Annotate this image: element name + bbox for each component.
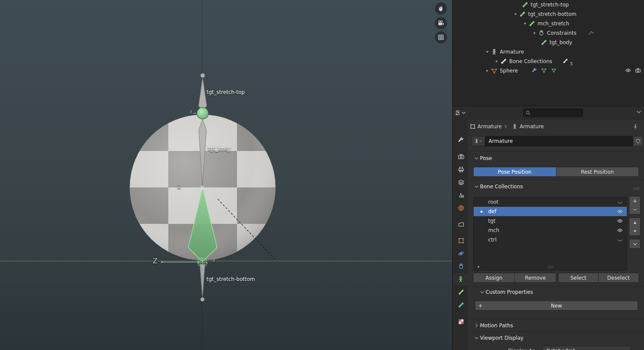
disclosure-right-icon[interactable] [485,68,490,73]
select-button[interactable]: Select [558,273,598,283]
outliner-item-label[interactable]: tgt_stretch-bottom [528,11,577,17]
rest-position-button[interactable]: Rest Position [556,167,639,176]
outliner-item-label[interactable]: mch_stretch [538,21,569,27]
collection-name[interactable]: def [488,208,496,214]
hide-eye-icon[interactable] [625,67,631,73]
bone-collection-row-tgt[interactable]: tgt [474,216,627,226]
driver-icon[interactable] [588,30,594,36]
right-panel-column: tgt_stretch-top tgt_stretch-bottom mch_s… [452,0,644,350]
id-type-button[interactable] [471,136,485,146]
pan-hand-gizmo[interactable] [435,3,447,15]
outliner-row-tgt-body[interactable]: tgt_body [453,38,644,47]
outliner-item-label[interactable]: Constraints [547,30,576,36]
move-up-button[interactable] [629,217,641,227]
vertex-group-icon[interactable] [551,67,557,73]
tab-render[interactable] [454,151,468,163]
header-options-chevron-icon[interactable] [636,109,642,115]
search-input[interactable] [523,109,583,117]
outliner-row-armature[interactable]: Armature [453,47,644,57]
render-visibility-camera-icon[interactable] [635,67,641,73]
tab-physics[interactable] [454,247,468,259]
tab-bone-constraints[interactable] [454,299,468,311]
outliner-row-tgt-stretch-bottom[interactable]: tgt_stretch-bottom [453,9,644,19]
pose-panel-header[interactable]: Pose [468,153,644,163]
tab-object-data-active[interactable] [453,273,468,285]
fake-user-shield-button[interactable] [633,136,643,146]
tab-tool[interactable] [454,134,468,146]
texture-checker-icon [458,318,465,325]
tab-world[interactable] [454,202,468,214]
breadcrumb: Armature Armature [468,121,644,132]
tab-scene[interactable] [454,189,468,201]
outliner-row-bone-collections[interactable]: Bone Collections 5 [453,57,644,66]
viewport-display-panel-header[interactable]: Viewport Display [468,333,644,343]
outliner-item-label[interactable]: Bone Collections [509,58,552,64]
bone-collection-row-root[interactable]: root [474,197,627,207]
bone-collection-row-ctrl[interactable]: ctrl [474,235,627,244]
panel-drag-grip-icon[interactable] [633,185,639,188]
tab-object[interactable] [454,235,468,247]
eye-open-icon[interactable] [617,227,623,233]
collection-name[interactable]: root [488,199,498,205]
breadcrumb-data[interactable]: Armature [519,124,544,130]
deselect-button[interactable]: Deselect [598,273,639,283]
camera-view-gizmo[interactable] [435,17,447,29]
outliner-row-tgt-stretch-top[interactable]: tgt_stretch-top [453,0,644,9]
disclosure-down-icon[interactable] [522,21,528,26]
eye-closed-icon[interactable] [617,199,623,205]
tab-bone[interactable] [454,286,468,298]
eye-closed-icon[interactable] [617,237,623,243]
hand-icon [437,5,444,12]
disclosure-down-icon[interactable] [513,12,518,17]
tab-texture[interactable] [454,316,468,328]
tab-object-constraints[interactable] [454,260,468,272]
custom-properties-panel-header[interactable]: Custom Properties [468,287,644,297]
outliner-row-mch-stretch[interactable]: mch_stretch [453,19,644,28]
collection-name[interactable]: ctrl [488,237,497,243]
outliner[interactable]: tgt_stretch-top tgt_stretch-bottom mch_s… [453,0,644,106]
collection-name[interactable]: tgt [488,218,495,224]
modifier-wrench-icon[interactable] [532,67,538,73]
outliner-item-label[interactable]: Sphere [500,68,518,74]
disclosure-right-icon[interactable] [494,59,499,64]
mesh-data-icon[interactable] [541,67,547,73]
editor-type-button[interactable] [455,108,469,117]
eye-open-icon[interactable] [617,218,623,224]
pin-icon[interactable] [632,124,638,130]
move-down-button[interactable] [629,226,641,236]
bone-collection-row-def-selected[interactable]: def [474,207,627,216]
pose-position-button[interactable]: Pose Position [474,167,556,176]
outliner-item-label[interactable]: tgt_body [550,39,572,45]
eye-open-icon[interactable] [617,208,623,214]
grid-view-gizmo[interactable] [435,31,447,43]
bone-collections-panel-header[interactable]: Bone Collections [468,181,644,192]
chevron-down-icon [479,139,483,144]
collection-specials-menu-button[interactable] [629,239,641,249]
tab-view-layer[interactable] [454,176,468,188]
outliner-row-sphere[interactable]: Sphere [453,66,644,75]
remove-collection-button[interactable] [629,205,641,214]
add-collection-button[interactable] [629,196,641,206]
viewport-3d[interactable]: tgt_stretch-top tgt_body tgt_body tgt_st… [0,0,452,350]
chevron-down-icon [623,348,628,350]
tab-collection[interactable] [454,218,468,230]
datablock-name-field[interactable]: Armature [485,136,637,146]
breadcrumb-object[interactable]: Armature [477,124,501,130]
new-custom-property-button[interactable]: New [475,301,638,311]
motion-paths-panel-header[interactable]: Motion Paths [468,320,644,331]
disclosure-down-icon[interactable] [485,49,490,54]
remove-button[interactable]: Remove [514,273,556,283]
display-as-dropdown[interactable]: Octahedral [542,346,631,350]
list-expand-icon[interactable] [476,264,481,269]
bone-collection-row-mch[interactable]: mch [474,226,627,235]
assign-button[interactable]: Assign [473,273,515,283]
tab-output[interactable] [454,163,468,175]
bone-collections-list[interactable]: root def tgt mch [473,197,627,271]
outliner-row-constraints[interactable]: Constraints [453,28,644,38]
scene-icon [458,192,465,199]
disclosure-right-icon[interactable] [532,30,537,36]
list-resize-grip-icon[interactable] [547,264,553,270]
outliner-item-label[interactable]: Armature [500,49,524,55]
outliner-item-label[interactable]: tgt_stretch-top [531,2,569,8]
collection-name[interactable]: mch [488,227,499,233]
